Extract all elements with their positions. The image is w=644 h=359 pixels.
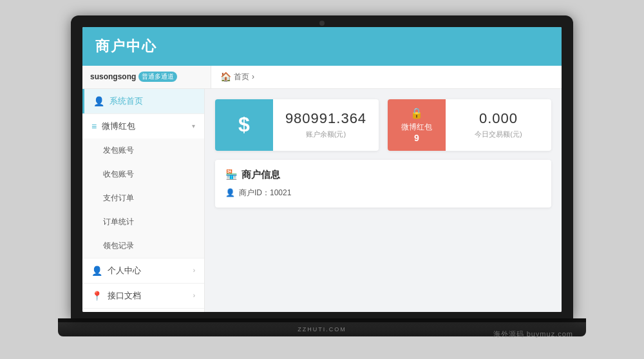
- main-content: $ 980991.364 账户余额(元) 🔒: [205, 89, 562, 312]
- lock-icon: 🔒: [410, 107, 423, 119]
- weibo-arrow-icon: ▾: [192, 122, 195, 130]
- weibo-icon: ≡: [91, 121, 97, 131]
- tongji-label: 订单统计: [103, 217, 134, 228]
- sidebar-item-shoupao[interactable]: 收包账号: [82, 162, 204, 186]
- personal-icon: 👤: [91, 266, 102, 276]
- merchant-id-icon: 👤: [225, 188, 235, 197]
- sidebar-item-personal[interactable]: 👤 个人中心 ›: [82, 258, 204, 283]
- laptop-screen: 商户中心 susongsong 普通多通道 🏠 首页 ›: [82, 27, 562, 312]
- sidebar-item-fasong[interactable]: 发包账号: [82, 139, 204, 162]
- merchant-title-text: 商户信息: [242, 169, 280, 181]
- sidebar-item-zhifu[interactable]: 支付订单: [82, 186, 204, 210]
- trade-icon-count: 9: [414, 133, 419, 143]
- sidebar-weibo-label: 微博红包: [102, 121, 135, 132]
- laptop-base-text: ZZHUTI.COM: [298, 326, 346, 333]
- subheader-user: susongsong 普通多通道: [82, 66, 211, 88]
- trade-card-body: 0.000 今日交易额(元): [446, 99, 551, 151]
- breadcrumb: 🏠 首页 ›: [211, 72, 263, 82]
- trade-icon-label: 微博红包: [401, 122, 432, 133]
- home-sidebar-icon: 👤: [93, 96, 104, 106]
- sidebar-section-home: 👤 系统首页: [82, 89, 204, 114]
- merchant-id-label: 商户ID：10021: [239, 188, 291, 199]
- sidebar: 👤 系统首页 ≡ 微博红包 ▾: [82, 89, 205, 312]
- trade-value: 0.000: [479, 110, 518, 127]
- merchant-title-icon: 🏪: [225, 169, 238, 180]
- balance-label: 账户余额(元): [306, 130, 346, 139]
- personal-label: 个人中心: [108, 265, 141, 277]
- personal-arrow-icon: ›: [193, 267, 195, 274]
- merchant-id-row: 👤 商户ID：10021: [225, 188, 541, 199]
- app-title: 商户中心: [95, 37, 157, 56]
- balance-card-icon: $: [215, 99, 273, 151]
- home-icon[interactable]: 🏠: [220, 72, 231, 82]
- app-body: 👤 系统首页 ≡ 微博红包 ▾: [82, 89, 562, 312]
- fasong-label: 发包账号: [103, 145, 134, 156]
- api-label: 接口文档: [108, 290, 141, 302]
- sidebar-section-api: 📍 接口文档 ›: [82, 284, 204, 309]
- merchant-title: 🏪 商户信息: [225, 169, 541, 181]
- app-layout: 商户中心 susongsong 普通多通道 🏠 首页 ›: [82, 27, 562, 312]
- app-subheader: susongsong 普通多通道 🏠 首页 ›: [82, 66, 562, 89]
- username-label: susongsong: [90, 72, 136, 81]
- sidebar-section-personal: 👤 个人中心 ›: [82, 258, 204, 284]
- sidebar-item-home[interactable]: 👤 系统首页: [82, 89, 204, 113]
- breadcrumb-home: 首页: [234, 72, 249, 82]
- balance-value: 980991.364: [285, 110, 366, 127]
- sidebar-item-weibo[interactable]: ≡ 微博红包 ▾: [82, 114, 204, 139]
- trade-label: 今日交易额(元): [475, 130, 522, 139]
- balance-card: $ 980991.364 账户余额(元): [215, 99, 379, 151]
- laptop-screen-bezel: 商户中心 susongsong 普通多通道 🏠 首页 ›: [71, 15, 573, 318]
- stats-cards-row: $ 980991.364 账户余额(元) 🔒: [215, 99, 551, 151]
- laptop-hinge: [58, 318, 586, 322]
- dollar-icon: $: [238, 113, 250, 137]
- lingpao-label: 领包记录: [103, 240, 134, 251]
- sidebar-home-label: 系统首页: [109, 95, 143, 107]
- shoupao-label: 收包账号: [103, 169, 134, 180]
- trade-card-icon: 🔒 微博红包 9: [388, 99, 446, 151]
- sidebar-section-weibo: ≡ 微博红包 ▾ 发包账号 收包账号: [82, 114, 204, 258]
- sidebar-submenu-weibo: 发包账号 收包账号 支付订单 订单统计: [82, 139, 204, 258]
- watermark: 海外源码 buymuz.com: [493, 329, 573, 339]
- balance-card-body: 980991.364 账户余额(元): [273, 99, 379, 151]
- api-arrow-icon: ›: [193, 292, 195, 299]
- breadcrumb-separator: ›: [252, 72, 254, 81]
- trade-card: 🔒 微博红包 9 0.000 今日交易额(元): [388, 99, 551, 151]
- sidebar-item-api[interactable]: 📍 接口文档 ›: [82, 284, 204, 308]
- zhifu-label: 支付订单: [103, 193, 134, 204]
- app-header: 商户中心: [82, 27, 562, 66]
- api-icon: 📍: [91, 291, 102, 301]
- sidebar-item-lingpao[interactable]: 领包记录: [82, 234, 204, 258]
- sidebar-item-tongji[interactable]: 订单统计: [82, 210, 204, 234]
- merchant-info-card: 🏪 商户信息 👤 商户ID：10021: [215, 160, 551, 208]
- user-badge: 普通多通道: [138, 72, 177, 82]
